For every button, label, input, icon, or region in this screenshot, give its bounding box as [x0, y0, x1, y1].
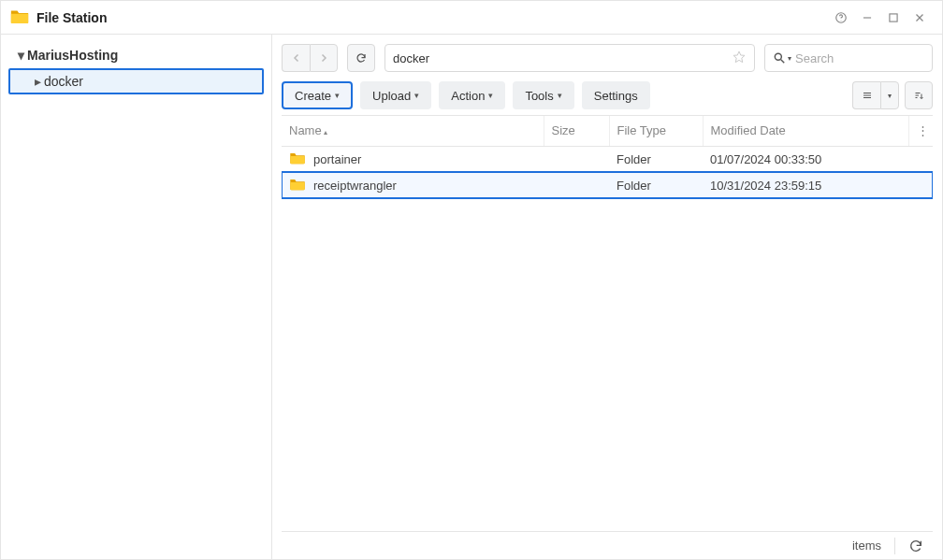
- tree-item-label: docker: [44, 74, 83, 89]
- caret-right-icon: ▸: [31, 74, 44, 89]
- help-button[interactable]: [828, 5, 854, 31]
- search-icon[interactable]: ▾: [773, 51, 791, 65]
- toolbar: Create ▾ Upload ▾ Action ▾ Tools ▾ Setti…: [282, 81, 933, 109]
- create-label: Create: [295, 89, 331, 103]
- action-button[interactable]: Action ▾: [439, 81, 505, 109]
- view-group: ▾: [852, 81, 933, 109]
- folder-icon: [289, 178, 306, 194]
- maximize-button[interactable]: [880, 5, 907, 31]
- table-row[interactable]: receiptwranglerFolder10/31/2024 23:59:15: [282, 172, 933, 198]
- view-list-button[interactable]: [852, 81, 880, 109]
- app-icon: [10, 8, 29, 27]
- upload-label: Upload: [372, 89, 411, 103]
- sort-asc-icon: ▴: [324, 128, 327, 136]
- file-name: portainer: [313, 152, 361, 166]
- action-label: Action: [451, 89, 485, 103]
- tools-button[interactable]: Tools ▾: [513, 81, 573, 109]
- table-header-row: Name▴ Size File Type Modified Date ⋮: [282, 116, 933, 146]
- settings-button[interactable]: Settings: [582, 81, 650, 109]
- search-input[interactable]: [795, 51, 943, 65]
- col-size[interactable]: Size: [544, 116, 609, 146]
- file-size: [544, 146, 609, 172]
- main-area: ▾ MariusHosting ▸ docker: [1, 35, 942, 559]
- svg-point-1: [841, 20, 842, 21]
- tree-root[interactable]: ▾ MariusHosting: [8, 42, 264, 68]
- col-modified[interactable]: Modified Date: [703, 116, 908, 146]
- status-refresh-button[interactable]: [908, 538, 923, 553]
- tree-root-label: MariusHosting: [27, 48, 118, 63]
- table-row[interactable]: portainerFolder01/07/2024 00:33:50: [282, 146, 933, 172]
- svg-line-8: [781, 60, 785, 64]
- file-name: receiptwrangler: [313, 179, 397, 193]
- nav-row: ▾: [282, 44, 933, 72]
- sort-button[interactable]: [905, 81, 933, 109]
- path-input[interactable]: [393, 51, 732, 65]
- close-button[interactable]: [907, 5, 933, 31]
- file-size: [544, 172, 609, 198]
- settings-label: Settings: [594, 89, 638, 103]
- caret-down-icon: ▾: [414, 91, 419, 100]
- file-type: Folder: [609, 172, 703, 198]
- tools-label: Tools: [525, 89, 553, 103]
- search-box[interactable]: ▾: [764, 44, 933, 72]
- file-modified: 01/07/2024 00:33:50: [703, 146, 908, 172]
- caret-down-icon: ▾: [335, 91, 340, 100]
- svg-point-7: [775, 53, 781, 60]
- divider: [894, 538, 895, 554]
- status-bar: items: [282, 531, 933, 559]
- caret-down-icon: ▾: [14, 48, 27, 63]
- caret-down-icon: ▾: [488, 91, 493, 100]
- favorite-star-icon[interactable]: [732, 50, 747, 67]
- svg-marker-6: [733, 51, 745, 63]
- create-button[interactable]: Create ▾: [282, 81, 353, 109]
- path-box[interactable]: [384, 44, 755, 72]
- window-title: File Station: [36, 10, 107, 25]
- file-type: Folder: [609, 146, 703, 172]
- file-modified: 10/31/2024 23:59:15: [703, 172, 908, 198]
- content-panel: ▾ Create ▾ Upload ▾ Action ▾ Tools ▾: [272, 35, 942, 559]
- svg-rect-3: [890, 13, 897, 21]
- file-table: Name▴ Size File Type Modified Date ⋮ por…: [282, 115, 933, 531]
- upload-button[interactable]: Upload ▾: [360, 81, 431, 109]
- col-menu[interactable]: ⋮: [908, 116, 933, 146]
- refresh-button[interactable]: [347, 44, 375, 72]
- caret-down-icon: ▾: [558, 91, 562, 100]
- folder-icon: [289, 151, 306, 167]
- caret-down-icon: ▾: [788, 54, 791, 63]
- nav-forward-button[interactable]: [310, 44, 338, 72]
- minimize-button[interactable]: [854, 5, 880, 31]
- items-label: items: [852, 538, 881, 553]
- sidebar-tree: ▾ MariusHosting ▸ docker: [1, 35, 272, 559]
- tree-item-docker[interactable]: ▸ docker: [8, 68, 264, 94]
- titlebar: File Station: [1, 1, 942, 35]
- col-name[interactable]: Name▴: [282, 116, 544, 146]
- col-type[interactable]: File Type: [609, 116, 703, 146]
- nav-back-button[interactable]: [282, 44, 310, 72]
- history-nav: [282, 44, 338, 72]
- view-mode-dropdown[interactable]: ▾: [880, 81, 899, 109]
